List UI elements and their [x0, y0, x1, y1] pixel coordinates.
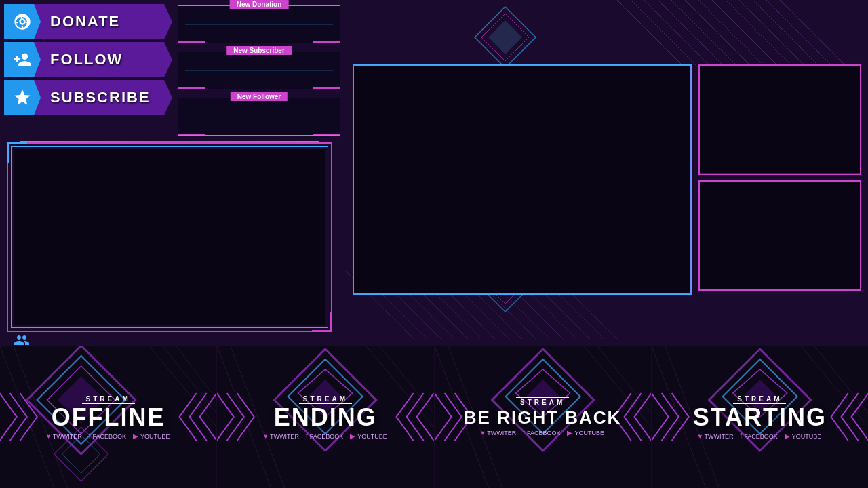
svg-line-4 [631, 0, 698, 68]
offline-twitter-label: TWWITER [53, 433, 82, 440]
subscribe-button[interactable]: SUBSCRIBE [4, 80, 172, 115]
starting-facebook: f FACEBOOK [740, 432, 777, 440]
twitter-icon: ♥ [47, 432, 51, 440]
ending-youtube-label: YOUTUBE [357, 433, 387, 440]
starting-socials: ♥ TWWITER f FACEBOOK ▶ YOUTUBE [698, 432, 822, 440]
main-content-panel [353, 64, 692, 295]
offline-twitter: ♥ TWWITER [47, 432, 82, 440]
donation-line [185, 24, 333, 25]
right-panels [698, 64, 861, 291]
ending-title: ENDING [274, 405, 377, 430]
youtube-icon-b: ▶ [567, 429, 572, 436]
subscribe-label: SUBSCRIBE [41, 89, 151, 106]
brb-twitter: ♥ TWWITER [481, 429, 516, 436]
facebook-icon-e: f [306, 432, 308, 440]
subscriber-box [178, 52, 340, 89]
starting-twitter-label: TWWITER [704, 433, 733, 440]
donate-button[interactable]: DONATE [4, 4, 172, 39]
twitter-icon-s: ♥ [698, 432, 703, 440]
starting-twitter: ♥ TWWITER [698, 432, 734, 440]
brb-youtube: ▶ YOUTUBE [567, 429, 604, 436]
ending-stream-label: STREAM [299, 394, 352, 404]
offline-youtube-label: YOUTUBE [140, 433, 170, 440]
brb-twitter-label: TWWITER [487, 430, 516, 436]
right-panel-top [698, 64, 861, 175]
svg-line-14 [766, 0, 834, 68]
follower-box [178, 98, 340, 136]
donation-label: New Donation [230, 0, 289, 9]
right-panel-bottom [698, 180, 861, 291]
webcam-border [7, 142, 332, 332]
brb-facebook-label: FACEBOOK [527, 430, 561, 436]
svg-line-10 [712, 0, 780, 68]
ending-facebook-label: FACEBOOK [310, 433, 344, 440]
svg-line-9 [698, 0, 766, 68]
svg-line-12 [739, 0, 807, 68]
offline-facebook: f FACEBOOK [89, 432, 126, 440]
webcam-panel [7, 142, 332, 332]
twitter-icon-b: ♥ [481, 429, 485, 436]
brb-socials: ♥ TWWITER f FACEBOOK ▶ YOUTUBE [481, 429, 604, 436]
footer-stream-cards: STREAM OFFLINE ♥ TWWITER f FACEBOOK ▶ YO… [0, 346, 868, 488]
svg-line-8 [685, 0, 753, 68]
svg-line-11 [726, 0, 793, 68]
stream-card-ending: STREAM ENDING ♥ TWWITER f FACEBOOK ▶ YOU… [217, 346, 434, 488]
donation-notification: New Donation [178, 0, 340, 43]
ending-twitter: ♥ TWWITER [264, 432, 299, 440]
brb-facebook: f FACEBOOK [523, 429, 560, 436]
starting-stream-label: STREAM [733, 394, 786, 404]
ending-twitter-label: TWWITER [270, 433, 299, 440]
svg-marker-2 [488, 20, 522, 54]
subscriber-notification: New Subscriber [178, 46, 340, 89]
offline-youtube: ▶ YOUTUBE [133, 432, 170, 440]
subscribe-icon [4, 80, 41, 115]
action-buttons: DONATE FOLLOW SUBSCRIBE [0, 0, 176, 119]
svg-marker-0 [475, 7, 536, 68]
offline-facebook-label: FACEBOOK [92, 433, 126, 440]
svg-line-3 [617, 0, 685, 68]
subscriber-label: New Subscriber [226, 46, 292, 55]
svg-line-7 [671, 0, 739, 68]
starting-facebook-label: FACEBOOK [744, 433, 778, 440]
svg-marker-1 [481, 14, 529, 61]
facebook-icon-s: f [740, 432, 742, 440]
stream-card-starting: STREAM STARTING ♥ TWWITER f FACEBOOK ▶ Y… [652, 346, 868, 488]
offline-socials: ♥ TWWITER f FACEBOOK ▶ YOUTUBE [47, 432, 170, 440]
ending-youtube: ▶ YOUTUBE [350, 432, 387, 440]
svg-line-13 [753, 0, 821, 68]
donate-icon [4, 4, 41, 39]
subscriber-line [185, 70, 333, 71]
youtube-icon-e: ▶ [350, 432, 355, 440]
donation-box [178, 5, 340, 43]
facebook-icon: f [89, 432, 91, 440]
follower-notification: New Follower [178, 92, 340, 136]
ending-facebook: f FACEBOOK [306, 432, 343, 440]
brb-title: BE RIGHT BACK [464, 409, 622, 426]
donate-label: DONATE [41, 13, 120, 30]
offline-stream-label: STREAM [82, 394, 135, 404]
follower-label: New Follower [231, 92, 288, 101]
svg-line-6 [658, 0, 726, 68]
twitter-icon-e: ♥ [264, 432, 268, 440]
stream-card-brb: STREAM BE RIGHT BACK ♥ TWWITER f FACEBOO… [435, 346, 652, 488]
follower-line [185, 117, 333, 117]
follow-button[interactable]: FOLLOW [4, 42, 172, 77]
brb-stream-label: STREAM [516, 397, 569, 407]
starting-youtube-label: YOUTUBE [792, 433, 822, 440]
svg-line-15 [780, 0, 848, 68]
starting-youtube: ▶ YOUTUBE [785, 432, 822, 440]
webcam-screen [14, 149, 326, 325]
youtube-icon-s: ▶ [785, 432, 790, 440]
brb-youtube-label: YOUTUBE [574, 430, 604, 436]
stream-card-offline: STREAM OFFLINE ♥ TWWITER f FACEBOOK ▶ YO… [0, 346, 217, 488]
follow-icon [4, 42, 41, 77]
starting-title: STARTING [693, 405, 827, 430]
facebook-icon-b: f [523, 429, 525, 436]
notification-panels: New Donation New Subscriber New Follower [178, 0, 340, 138]
ending-socials: ♥ TWWITER f FACEBOOK ▶ YOUTUBE [264, 432, 387, 440]
offline-title: OFFLINE [52, 405, 165, 430]
youtube-icon: ▶ [133, 432, 138, 440]
svg-line-5 [644, 0, 712, 68]
follow-label: FOLLOW [41, 51, 123, 68]
